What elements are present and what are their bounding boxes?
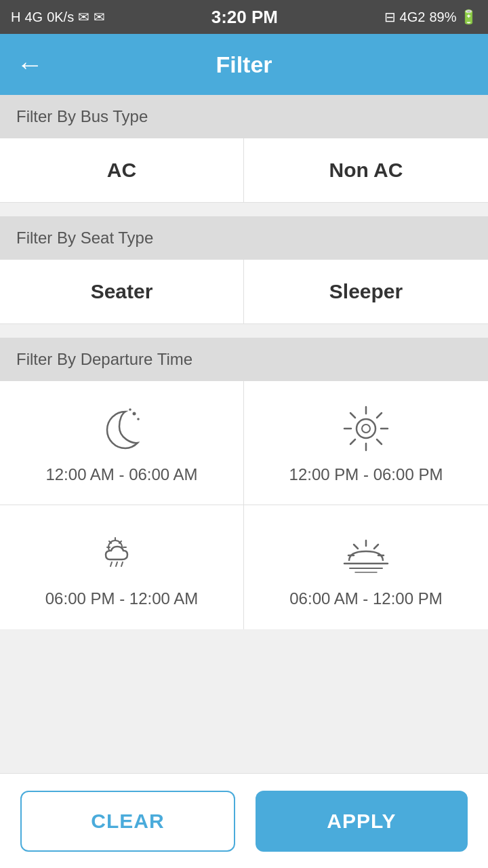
bus-type-ac[interactable]: AC — [0, 138, 244, 202]
sun-icon — [339, 401, 393, 456]
svg-line-20 — [116, 562, 117, 566]
moon-icon — [95, 401, 149, 456]
departure-midnight[interactable]: 12:00 AM - 06:00 AM — [0, 381, 244, 505]
battery-indicator: 89% 🔋 — [429, 9, 477, 25]
departure-midnight-label: 12:00 AM - 06:00 AM — [45, 465, 197, 484]
clear-button[interactable]: CLEAR — [20, 791, 235, 852]
bluetooth-icon: ⊟ — [384, 9, 396, 25]
filter-content: Filter By Bus Type AC Non AC Filter By S… — [0, 95, 488, 738]
whatsapp-icon: ✉ — [78, 9, 89, 25]
seat-type-seater[interactable]: Seater — [0, 260, 244, 323]
bus-type-section-header: Filter By Bus Type — [0, 95, 488, 138]
svg-line-21 — [121, 562, 123, 566]
departure-noon-label: 12:00 PM - 06:00 PM — [289, 465, 443, 484]
svg-line-19 — [110, 562, 112, 566]
status-right: ⊟ 4G2 89% 🔋 — [384, 9, 477, 25]
page-title: Filter — [216, 52, 272, 78]
bus-type-options: AC Non AC — [0, 138, 488, 203]
header: ← Filter — [0, 34, 488, 95]
status-left: H 4G 0K/s ✉ ✉ — [11, 9, 105, 25]
departure-section-header: Filter By Departure Time — [0, 338, 488, 381]
seat-type-sleeper[interactable]: Sleeper — [244, 260, 488, 323]
status-time: 3:20 PM — [211, 7, 278, 28]
volte-icon: 4G2 — [400, 9, 426, 25]
departure-evening-label: 06:00 PM - 12:00 AM — [45, 589, 198, 608]
svg-line-24 — [374, 545, 378, 549]
svg-point-4 — [362, 425, 370, 433]
email-icon: ✉ — [94, 9, 105, 25]
status-bar: H 4G 0K/s ✉ ✉ 3:20 PM ⊟ 4G2 89% 🔋 — [0, 0, 488, 34]
svg-point-3 — [357, 419, 375, 438]
departure-morning-label: 06:00 AM - 12:00 PM — [289, 589, 442, 608]
apply-button[interactable]: APPLY — [256, 791, 468, 852]
partly-cloudy-icon — [95, 526, 149, 580]
svg-point-1 — [137, 418, 140, 420]
departure-morning[interactable]: 06:00 AM - 12:00 PM — [244, 505, 488, 629]
bus-type-non-ac[interactable]: Non AC — [244, 138, 488, 202]
svg-point-2 — [129, 408, 131, 411]
svg-line-9 — [350, 413, 355, 418]
svg-point-0 — [132, 412, 136, 416]
seat-type-section-header: Filter By Seat Type — [0, 216, 488, 260]
back-button[interactable]: ← — [16, 50, 43, 80]
seat-type-options: Seater Sleeper — [0, 260, 488, 324]
bottom-bar: CLEAR APPLY — [0, 773, 488, 868]
svg-line-12 — [350, 439, 355, 444]
sunrise-icon — [339, 526, 393, 580]
svg-line-23 — [354, 545, 358, 549]
svg-line-11 — [377, 413, 382, 418]
departure-evening[interactable]: 06:00 PM - 12:00 AM — [0, 505, 244, 629]
signal-icon: H — [11, 9, 20, 25]
departure-options: 12:00 AM - 06:00 AM 12:00 PM - 06:00 PM — [0, 381, 488, 629]
departure-noon[interactable]: 12:00 PM - 06:00 PM — [244, 381, 488, 505]
svg-line-10 — [377, 439, 382, 444]
speed-indicator: 0K/s — [47, 9, 74, 25]
network-4g-icon: 4G — [24, 9, 43, 25]
